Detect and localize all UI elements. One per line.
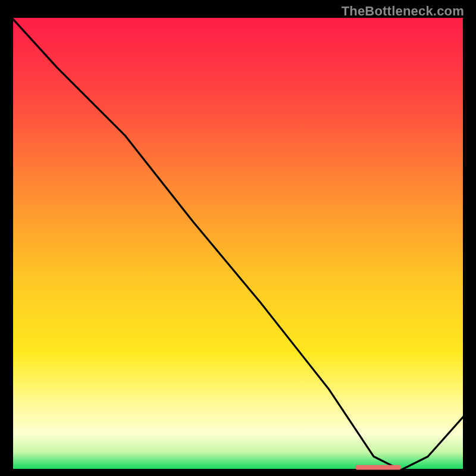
gradient-background bbox=[12, 18, 464, 470]
watermark-text: TheBottleneck.com bbox=[342, 4, 464, 19]
chart-svg bbox=[12, 18, 464, 470]
bottom-marker bbox=[356, 465, 401, 469]
chart-container: TheBottleneck.com bbox=[0, 0, 476, 476]
